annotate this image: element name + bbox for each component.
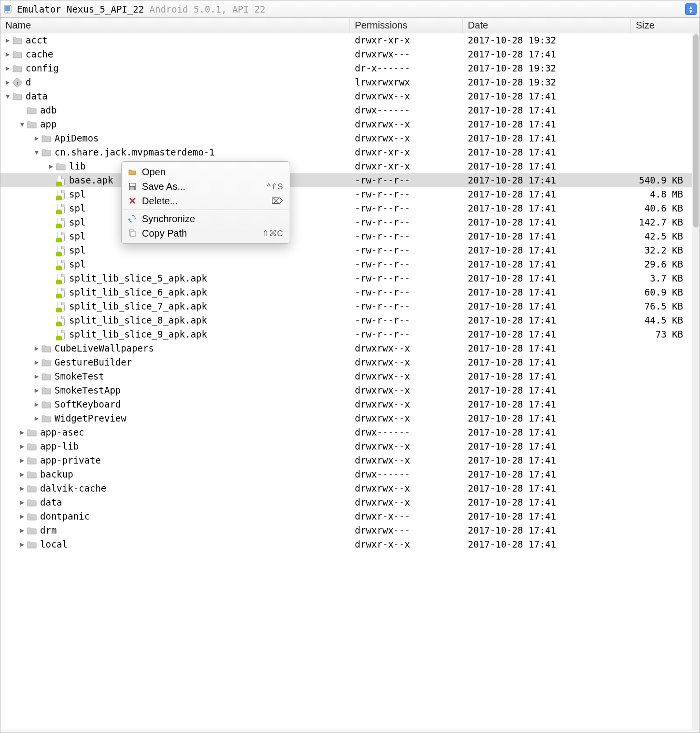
file-name: app-asec: [40, 425, 84, 439]
chevron-down-icon[interactable]: ▼: [32, 145, 41, 159]
chevron-right-icon[interactable]: ▶: [18, 495, 27, 509]
tree-row[interactable]: ▶split_lib_slice_8_apk.apk-rw-r--r--2017…: [0, 313, 692, 327]
file-date: 2017-10-28 17:41: [463, 411, 631, 425]
chevron-right-icon[interactable]: ▶: [3, 33, 12, 47]
chevron-right-icon[interactable]: ▶: [18, 467, 27, 481]
tree-row[interactable]: ▶cachedrwxrwx---2017-10-28 17:41: [0, 47, 692, 61]
folder-icon: [27, 469, 37, 480]
tree-row[interactable]: ▶backupdrwx------2017-10-28 17:41: [0, 467, 692, 481]
tree-row[interactable]: ▶split_lib_slice_9_apk.apk-rw-r--r--2017…: [0, 327, 692, 341]
tree-row[interactable]: ▶libdrwxr-xr-x2017-10-28 17:41: [0, 159, 692, 173]
menu-delete[interactable]: ✕ Delete... ⌦: [122, 194, 290, 208]
chevron-right-icon[interactable]: ▶: [18, 523, 27, 537]
tree-row[interactable]: ▶SoftKeyboarddrwxrwx--x2017-10-28 17:41: [0, 397, 692, 411]
tree-row[interactable]: ▶SmokeTestAppdrwxrwx--x2017-10-28 17:41: [0, 383, 692, 397]
tree-row[interactable]: ▶app-asecdrwx------2017-10-28 17:41: [0, 425, 692, 439]
tree-row[interactable]: ▶spl-rw-r--r--2017-10-28 17:4132.2 KB: [0, 243, 692, 257]
tree-row[interactable]: ▶acctdrwxr-xr-x2017-10-28 19:32: [0, 33, 692, 47]
chevron-right-icon[interactable]: ▶: [32, 397, 41, 411]
tree-row[interactable]: ▶localdrwxr-x--x2017-10-28 17:41: [0, 537, 692, 551]
chevron-right-icon[interactable]: ▶: [47, 159, 56, 173]
apk-file-icon: [56, 231, 66, 242]
tree-row[interactable]: ▶app-libdrwxrwx--x2017-10-28 17:41: [0, 439, 692, 453]
chevron-right-icon[interactable]: ▶: [32, 383, 41, 397]
folder-icon: [27, 539, 37, 550]
tree-row[interactable]: ▶CubeLiveWallpapersdrwxrwx--x2017-10-28 …: [0, 341, 692, 355]
tree-row[interactable]: ▶ApiDemosdrwxrwx--x2017-10-28 17:41: [0, 131, 692, 145]
tree-row[interactable]: ▶base.apk-rw-r--r--2017-10-28 17:41540.9…: [0, 173, 692, 187]
chevron-right-icon[interactable]: ▶: [18, 509, 27, 523]
chevron-right-icon[interactable]: ▶: [18, 439, 27, 453]
menu-synchronize[interactable]: Synchronize: [122, 211, 290, 226]
chevron-down-icon[interactable]: ▼: [3, 89, 12, 103]
folder-icon: [27, 105, 37, 116]
file-size: 32.2 KB: [631, 243, 692, 257]
device-dropdown-icon[interactable]: ▲▼: [685, 3, 697, 15]
chevron-right-icon[interactable]: ▶: [32, 411, 41, 425]
file-date: 2017-10-28 19:32: [463, 75, 631, 89]
chevron-right-icon[interactable]: ▶: [32, 131, 41, 145]
file-permissions: drwx------: [350, 103, 463, 117]
chevron-right-icon[interactable]: ▶: [18, 425, 27, 439]
tree-row[interactable]: ▶GestureBuilderdrwxrwx--x2017-10-28 17:4…: [0, 355, 692, 369]
file-tree[interactable]: ▶acctdrwxr-xr-x2017-10-28 19:32▶cachedrw…: [0, 33, 692, 730]
tree-row[interactable]: ▶split_lib_slice_7_apk.apk-rw-r--r--2017…: [0, 299, 692, 313]
menu-open[interactable]: Open: [122, 165, 290, 179]
tree-row[interactable]: ▶datadrwxrwx--x2017-10-28 17:41: [0, 495, 692, 509]
chevron-right-icon[interactable]: ▶: [18, 537, 27, 551]
file-date: 2017-10-28 17:41: [463, 355, 631, 369]
tree-row[interactable]: ▶app-privatedrwxrwx--x2017-10-28 17:41: [0, 453, 692, 467]
tree-row[interactable]: ▼appdrwxrwx--x2017-10-28 17:41: [0, 117, 692, 131]
menu-delete-shortcut: ⌦: [271, 194, 283, 208]
col-header-name[interactable]: Name: [0, 18, 350, 33]
scrollbar-thumb[interactable]: [693, 34, 699, 227]
apk-file-icon: [56, 273, 66, 284]
tree-row[interactable]: ▶dontpanicdrwxr-x---2017-10-28 17:41: [0, 509, 692, 523]
tree-row[interactable]: ▶split_lib_slice_5_apk.apk-rw-r--r--2017…: [0, 271, 692, 285]
tree-row[interactable]: ▶↗dlrwxrwxrwx2017-10-28 19:32: [0, 75, 692, 89]
file-permissions: -rw-r--r--: [350, 285, 463, 299]
chevron-down-icon[interactable]: ▼: [18, 117, 27, 131]
menu-save-as[interactable]: Save As... ^⇧S: [122, 179, 290, 194]
chevron-right-icon[interactable]: ▶: [18, 453, 27, 467]
apk-file-icon: [56, 203, 66, 214]
col-header-size[interactable]: Size: [631, 18, 700, 33]
tree-row[interactable]: ▶spl-rw-r--r--2017-10-28 17:4142.5 KB: [0, 229, 692, 243]
tree-row[interactable]: ▼cn.share.jack.mvpmasterdemo-1drwxr-xr-x…: [0, 145, 692, 159]
folder-icon: [12, 35, 23, 46]
tree-row[interactable]: ▶WidgetPreviewdrwxrwx--x2017-10-28 17:41: [0, 411, 692, 425]
tree-row[interactable]: ▶configdr-x------2017-10-28 19:32: [0, 61, 692, 75]
tree-row[interactable]: ▼datadrwxrwx--x2017-10-28 17:41: [0, 89, 692, 103]
col-header-permissions[interactable]: Permissions: [350, 18, 463, 33]
file-permissions: dr-x------: [350, 61, 463, 75]
tree-row[interactable]: ▶drmdrwxrwx---2017-10-28 17:41: [0, 523, 692, 537]
file-date: 2017-10-28 17:41: [463, 285, 631, 299]
device-suffix: Android 5.0.1, API 22: [144, 4, 266, 14]
chevron-right-icon[interactable]: ▶: [32, 369, 41, 383]
tree-row[interactable]: ▶split_lib_slice_6_apk.apk-rw-r--r--2017…: [0, 285, 692, 299]
tree-row[interactable]: ▶spl-rw-r--r--2017-10-28 17:4140.6 KB: [0, 201, 692, 215]
chevron-right-icon[interactable]: ▶: [18, 481, 27, 495]
file-permissions: -rw-r--r--: [350, 201, 463, 215]
menu-copy-path[interactable]: Copy Path ⇧⌘C: [122, 226, 290, 240]
folder-icon: [27, 525, 37, 536]
file-name: adb: [40, 103, 56, 117]
chevron-right-icon[interactable]: ▶: [32, 341, 41, 355]
tree-row[interactable]: ▶spl-rw-r--r--2017-10-28 17:4129.6 KB: [0, 257, 692, 271]
vertical-scrollbar[interactable]: [692, 33, 700, 730]
chevron-right-icon[interactable]: ▶: [32, 355, 41, 369]
tree-row[interactable]: ▶spl-rw-r--r--2017-10-28 17:41142.7 KB: [0, 215, 692, 229]
file-permissions: drwxrwx--x: [350, 383, 463, 397]
file-date: 2017-10-28 17:41: [463, 257, 631, 271]
tree-row[interactable]: ▶SmokeTestdrwxrwx--x2017-10-28 17:41: [0, 369, 692, 383]
tree-row[interactable]: ▶adbdrwx------2017-10-28 17:41: [0, 103, 692, 117]
file-date: 2017-10-28 17:41: [463, 47, 631, 61]
file-permissions: -rw-r--r--: [350, 215, 463, 229]
chevron-right-icon[interactable]: ▶: [3, 61, 12, 75]
menu-save-as-label: Save As...: [142, 180, 185, 194]
col-header-date[interactable]: Date: [463, 18, 631, 33]
device-selector[interactable]: Emulator Nexus_5_API_22 Android 5.0.1, A…: [0, 0, 700, 18]
chevron-right-icon[interactable]: ▶: [3, 47, 12, 61]
tree-row[interactable]: ▶dalvik-cachedrwxrwx--x2017-10-28 17:41: [0, 481, 692, 495]
tree-row[interactable]: ▶spl.apk-rw-r--r--2017-10-28 17:414.8 MB: [0, 187, 692, 201]
